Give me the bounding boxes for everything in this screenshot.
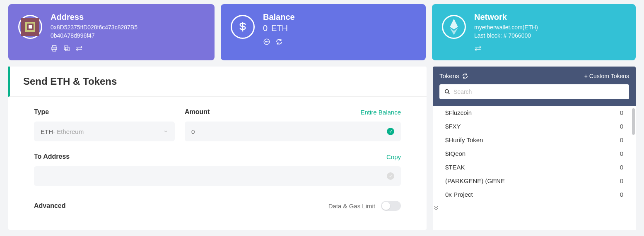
token-item[interactable]: $Fluzcoin0 — [433, 106, 636, 119]
token-balance: 0 — [620, 164, 623, 171]
send-heading: Send ETH & Tokens — [23, 76, 413, 87]
address-line1: 0x8D52375ffD028f6c473c8287B5 — [51, 24, 137, 32]
copy-link[interactable]: Copy — [386, 153, 401, 160]
search-icon — [444, 89, 450, 95]
token-name: $FXY — [445, 123, 461, 130]
token-name: $TEAK — [445, 164, 465, 171]
send-header: Send ETH & Tokens — [8, 67, 427, 97]
to-address-input[interactable] — [41, 173, 387, 180]
address-line2: 0b40A78d996f47 — [51, 32, 137, 40]
token-item[interactable]: $FXY0 — [433, 119, 636, 133]
token-name: $Fluzcoin — [445, 109, 472, 116]
ethereum-icon — [442, 15, 466, 39]
token-name: $IQeon — [445, 150, 466, 157]
token-name: 0x Project — [445, 191, 473, 198]
send-panel: Send ETH & Tokens Type ETH - Ethereum Am… — [8, 67, 427, 230]
tokens-title: Tokens — [439, 72, 459, 79]
to-address-label: To Address — [34, 153, 70, 160]
balance-card: Balance 0 ETH — [221, 4, 426, 60]
token-item[interactable]: (PARKGENE) (GENE0 — [433, 174, 636, 188]
amount-label: Amount — [185, 108, 210, 116]
address-title: Address — [51, 12, 137, 22]
svg-point-10 — [265, 41, 266, 42]
token-item[interactable]: $TEAK0 — [433, 160, 636, 174]
token-name: (PARKGENE) (GENE — [445, 177, 505, 184]
token-balance: 0 — [620, 136, 623, 143]
token-name: $Hurify Token — [445, 136, 483, 143]
token-balance: 0 — [620, 123, 623, 130]
to-address-input-wrap: ✓ — [34, 166, 401, 186]
svg-point-12 — [268, 41, 268, 42]
tokens-sidebar: Tokens + Custom Tokens $Fluzcoin0$FXY0$H… — [433, 67, 636, 230]
balance-title: Balance — [263, 12, 295, 22]
balance-value: 0 — [263, 24, 268, 33]
scrollbar[interactable] — [632, 108, 635, 135]
svg-point-11 — [266, 41, 267, 42]
network-title: Network — [474, 12, 538, 22]
token-search-input[interactable] — [453, 88, 624, 95]
custom-tokens-link[interactable]: + Custom Tokens — [584, 73, 629, 79]
token-list[interactable]: $Fluzcoin0$FXY0$Hurify Token0$IQeon0$TEA… — [433, 106, 636, 230]
type-selected-sub: - Ethereum — [53, 128, 84, 135]
address-card: Address 0x8D52375ffD028f6c473c8287B5 0b4… — [8, 4, 215, 60]
top-cards-row: Address 0x8D52375ffD028f6c473c8287B5 0b4… — [8, 4, 636, 60]
expand-icon[interactable] — [433, 201, 636, 215]
advanced-toggle[interactable] — [381, 201, 401, 211]
svg-rect-3 — [29, 25, 32, 29]
more-icon[interactable] — [263, 38, 270, 45]
entire-balance-link[interactable]: Entire Balance — [360, 109, 401, 116]
network-name: myetherwallet.com(ETH) — [474, 24, 538, 32]
network-lastblock: Last block: # 7066000 — [474, 32, 538, 40]
gas-label: Data & Gas Limit — [328, 203, 375, 210]
token-item[interactable]: $IQeon0 — [433, 147, 636, 160]
svg-rect-7 — [65, 47, 69, 51]
token-balance: 0 — [620, 191, 623, 198]
type-label: Type — [34, 108, 49, 116]
token-item[interactable]: $Hurify Token0 — [433, 133, 636, 147]
token-item[interactable]: 0x Project0 — [433, 188, 636, 201]
chevron-down-icon — [163, 129, 168, 134]
advanced-label: Advanced — [34, 202, 65, 210]
token-balance: 0 — [620, 150, 623, 157]
network-card: Network myetherwallet.com(ETH) Last bloc… — [432, 4, 636, 60]
token-balance: 0 — [620, 177, 623, 184]
check-off-icon: ✓ — [387, 172, 394, 180]
refresh-icon[interactable] — [462, 73, 468, 79]
swap-icon[interactable] — [75, 45, 83, 52]
type-selected: ETH — [41, 128, 53, 135]
svg-rect-8 — [64, 46, 68, 50]
refresh-icon[interactable] — [275, 38, 283, 45]
amount-input-wrap: ✓ — [185, 122, 401, 141]
token-search-wrap — [439, 84, 629, 99]
address-avatar — [18, 15, 42, 39]
amount-input[interactable] — [191, 128, 387, 135]
print-icon[interactable] — [51, 45, 58, 52]
svg-point-13 — [445, 90, 449, 93]
balance-currency: ETH — [271, 24, 288, 33]
main-row: Send ETH & Tokens Type ETH - Ethereum Am… — [8, 67, 636, 230]
tokens-header: Tokens + Custom Tokens — [433, 67, 636, 106]
token-balance: 0 — [620, 109, 623, 116]
swap-icon[interactable] — [474, 45, 482, 52]
copy-icon[interactable] — [63, 45, 70, 52]
check-icon: ✓ — [387, 128, 394, 135]
type-select[interactable]: ETH - Ethereum — [34, 122, 175, 141]
dollar-icon — [231, 15, 255, 39]
